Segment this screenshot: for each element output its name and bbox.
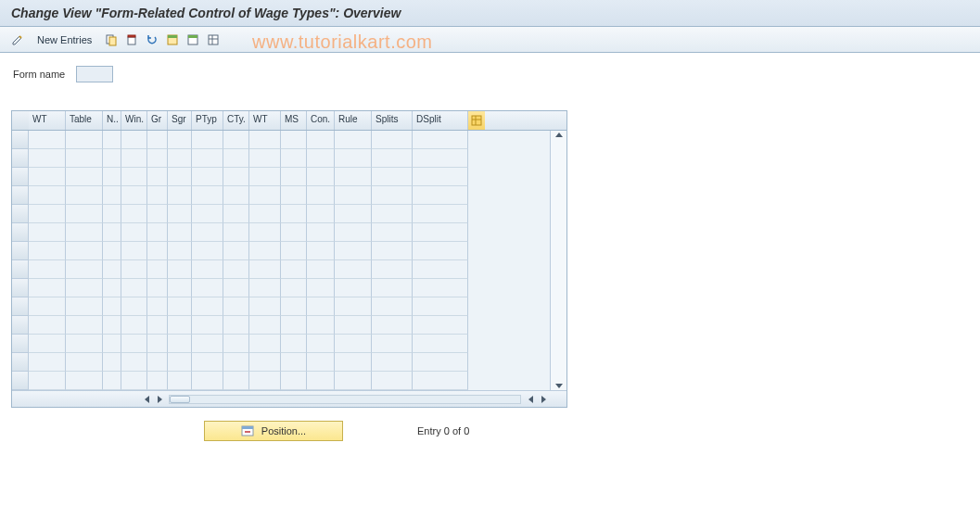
cell[interactable] bbox=[103, 335, 121, 353]
cell[interactable] bbox=[372, 223, 413, 242]
cell[interactable] bbox=[372, 205, 413, 223]
select-all-header[interactable] bbox=[12, 111, 29, 130]
cell[interactable] bbox=[66, 316, 103, 335]
cell[interactable] bbox=[66, 353, 103, 372]
cell[interactable] bbox=[192, 131, 223, 149]
cell[interactable] bbox=[281, 186, 307, 205]
cell[interactable] bbox=[335, 279, 372, 297]
scroll-right-icon[interactable] bbox=[154, 394, 165, 405]
table-row[interactable] bbox=[12, 316, 550, 335]
cell[interactable] bbox=[413, 335, 468, 353]
cell[interactable] bbox=[249, 168, 281, 186]
col-header-rule[interactable]: Rule bbox=[335, 111, 372, 130]
cell[interactable] bbox=[103, 242, 121, 260]
cell[interactable] bbox=[147, 297, 168, 316]
scroll-right-end-icon[interactable] bbox=[538, 394, 549, 405]
cell[interactable] bbox=[168, 186, 192, 205]
cell[interactable] bbox=[372, 260, 413, 279]
cell[interactable] bbox=[249, 260, 281, 279]
cell[interactable] bbox=[168, 131, 192, 149]
cell[interactable] bbox=[335, 149, 372, 168]
cell[interactable] bbox=[223, 279, 249, 297]
cell[interactable] bbox=[66, 149, 103, 168]
cell[interactable] bbox=[29, 335, 66, 353]
cell[interactable] bbox=[413, 223, 468, 242]
row-selector[interactable] bbox=[12, 149, 29, 168]
cell[interactable] bbox=[413, 279, 468, 297]
cell[interactable] bbox=[121, 260, 147, 279]
cell[interactable] bbox=[168, 242, 192, 260]
cell[interactable] bbox=[335, 297, 372, 316]
cell[interactable] bbox=[335, 372, 372, 390]
cell[interactable] bbox=[281, 372, 307, 390]
cell[interactable] bbox=[307, 335, 335, 353]
cell[interactable] bbox=[192, 353, 223, 372]
cell[interactable] bbox=[372, 353, 413, 372]
row-selector[interactable] bbox=[12, 260, 29, 279]
cell[interactable] bbox=[121, 242, 147, 260]
cell[interactable] bbox=[192, 279, 223, 297]
cell[interactable] bbox=[249, 297, 281, 316]
col-header-win[interactable]: Win. bbox=[121, 111, 147, 130]
cell[interactable] bbox=[66, 335, 103, 353]
cell[interactable] bbox=[413, 149, 468, 168]
cell[interactable] bbox=[223, 131, 249, 149]
cell[interactable] bbox=[372, 279, 413, 297]
cell[interactable] bbox=[307, 131, 335, 149]
row-selector[interactable] bbox=[12, 353, 29, 372]
cell[interactable] bbox=[147, 223, 168, 242]
cell[interactable] bbox=[66, 279, 103, 297]
cell[interactable] bbox=[281, 260, 307, 279]
cell[interactable] bbox=[335, 316, 372, 335]
cell[interactable] bbox=[249, 205, 281, 223]
cell[interactable] bbox=[147, 205, 168, 223]
cell[interactable] bbox=[192, 242, 223, 260]
cell[interactable] bbox=[223, 149, 249, 168]
cell[interactable] bbox=[29, 186, 66, 205]
cell[interactable] bbox=[223, 297, 249, 316]
cell[interactable] bbox=[147, 353, 168, 372]
cell[interactable] bbox=[307, 297, 335, 316]
cell[interactable] bbox=[29, 168, 66, 186]
cell[interactable] bbox=[192, 205, 223, 223]
cell[interactable] bbox=[307, 149, 335, 168]
cell[interactable] bbox=[121, 223, 147, 242]
col-header-wt[interactable]: WT bbox=[29, 111, 66, 130]
cell[interactable] bbox=[103, 205, 121, 223]
cell[interactable] bbox=[223, 168, 249, 186]
vertical-scrollbar[interactable] bbox=[550, 131, 566, 390]
cell[interactable] bbox=[121, 205, 147, 223]
cell[interactable] bbox=[66, 131, 103, 149]
cell[interactable] bbox=[413, 131, 468, 149]
cell[interactable] bbox=[192, 168, 223, 186]
table-row[interactable] bbox=[12, 149, 550, 168]
table-row[interactable] bbox=[12, 260, 550, 279]
scroll-down-icon[interactable] bbox=[555, 384, 563, 388]
cell[interactable] bbox=[249, 335, 281, 353]
cell[interactable] bbox=[223, 335, 249, 353]
toggle-edit-icon[interactable] bbox=[9, 32, 26, 48]
cell[interactable] bbox=[413, 168, 468, 186]
cell[interactable] bbox=[335, 168, 372, 186]
cell[interactable] bbox=[307, 316, 335, 335]
cell[interactable] bbox=[66, 297, 103, 316]
cell[interactable] bbox=[335, 242, 372, 260]
cell[interactable] bbox=[281, 205, 307, 223]
col-header-ptyp[interactable]: PTyp bbox=[192, 111, 223, 130]
row-selector[interactable] bbox=[12, 205, 29, 223]
table-row[interactable] bbox=[12, 353, 550, 372]
cell[interactable] bbox=[192, 149, 223, 168]
cell[interactable] bbox=[168, 168, 192, 186]
cell[interactable] bbox=[66, 168, 103, 186]
cell[interactable] bbox=[103, 297, 121, 316]
cell[interactable] bbox=[168, 149, 192, 168]
select-all-icon[interactable] bbox=[164, 32, 181, 48]
row-selector[interactable] bbox=[12, 186, 29, 205]
cell[interactable] bbox=[103, 168, 121, 186]
cell[interactable] bbox=[103, 186, 121, 205]
horizontal-scrollbar[interactable] bbox=[169, 395, 521, 404]
cell[interactable] bbox=[147, 168, 168, 186]
cell[interactable] bbox=[168, 223, 192, 242]
row-selector[interactable] bbox=[12, 316, 29, 335]
row-selector[interactable] bbox=[12, 335, 29, 353]
